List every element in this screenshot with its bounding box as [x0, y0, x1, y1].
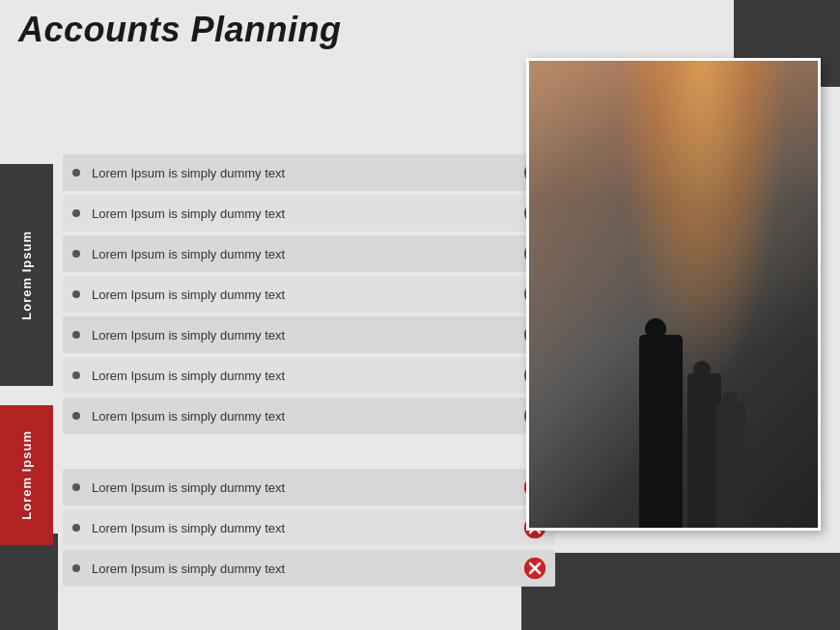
page: Accounts Planning Lorem Ipsum Lorem Ipsu…	[0, 0, 840, 630]
bullet-icon	[72, 564, 80, 572]
checklist-item-text: Lorem Ipsum is simply dummy text	[92, 247, 517, 261]
bullet-icon	[72, 412, 80, 420]
checklist-item-text: Lorem Ipsum is simply dummy text	[92, 521, 517, 535]
checklist-item-text: Lorem Ipsum is simply dummy text	[92, 369, 517, 383]
checklist-item-text: Lorem Ipsum is simply dummy text	[92, 480, 517, 495]
bullet-icon	[72, 290, 80, 298]
checklist-item-text: Lorem Ipsum is simply dummy text	[92, 562, 517, 576]
checklist-top-item-3: Lorem Ipsum is simply dummy text	[63, 276, 555, 313]
bullet-icon	[72, 524, 80, 532]
image-placeholder	[529, 61, 818, 528]
office-image	[526, 58, 821, 531]
checklist-top-item-1: Lorem Ipsum is simply dummy text	[63, 195, 555, 232]
checklist-top-item-2: Lorem Ipsum is simply dummy text	[63, 235, 555, 272]
checklist-top-item-6: Lorem Ipsum is simply dummy text	[63, 397, 555, 434]
checklist-top-item-5: Lorem Ipsum is simply dummy text	[63, 357, 555, 394]
checklist-bottom-item-0: Lorem Ipsum is simply dummy text	[63, 469, 555, 506]
sidebar-label-bottom: Lorem Ipsum	[0, 405, 53, 545]
corner-decoration-bottom-right	[521, 553, 840, 630]
content-area: Lorem Ipsum is simply dummy textLorem Ip…	[63, 154, 555, 606]
sidebar-top-text: Lorem Ipsum	[19, 231, 34, 320]
bullet-icon	[72, 483, 80, 491]
checklist-item-text: Lorem Ipsum is simply dummy text	[92, 288, 517, 302]
bullet-icon	[72, 331, 80, 339]
checklist-bottom-item-1: Lorem Ipsum is simply dummy text	[63, 509, 555, 546]
checklist-item-text: Lorem Ipsum is simply dummy text	[92, 328, 517, 342]
sidebar-bottom-text: Lorem Ipsum	[19, 430, 34, 520]
bullet-icon	[72, 209, 80, 217]
silhouette-figure-3	[716, 402, 745, 528]
bullet-icon	[72, 250, 80, 258]
bullet-icon	[72, 169, 80, 177]
cross-icon	[524, 558, 546, 579]
checklist-top-item-4: Lorem Ipsum is simply dummy text	[63, 316, 555, 353]
silhouette-head-1	[645, 318, 666, 340]
checklist-top-section: Lorem Ipsum is simply dummy textLorem Ip…	[63, 154, 555, 434]
checklist-bottom-item-2: Lorem Ipsum is simply dummy text	[63, 550, 555, 587]
checklist-item-text: Lorem Ipsum is simply dummy text	[92, 166, 517, 180]
checklist-bottom-section: Lorem Ipsum is simply dummy textLorem Ip…	[63, 469, 555, 587]
checklist-item-text: Lorem Ipsum is simply dummy text	[92, 409, 517, 424]
bullet-icon	[72, 371, 80, 379]
silhouette-figure-1	[639, 335, 683, 528]
sidebar-label-top: Lorem Ipsum	[0, 164, 53, 386]
corner-decoration-bottom-left	[0, 534, 58, 630]
checklist-top-item-0: Lorem Ipsum is simply dummy text	[63, 154, 555, 191]
page-title: Accounts Planning	[18, 10, 342, 50]
checklist-item-text: Lorem Ipsum is simply dummy text	[92, 206, 517, 221]
